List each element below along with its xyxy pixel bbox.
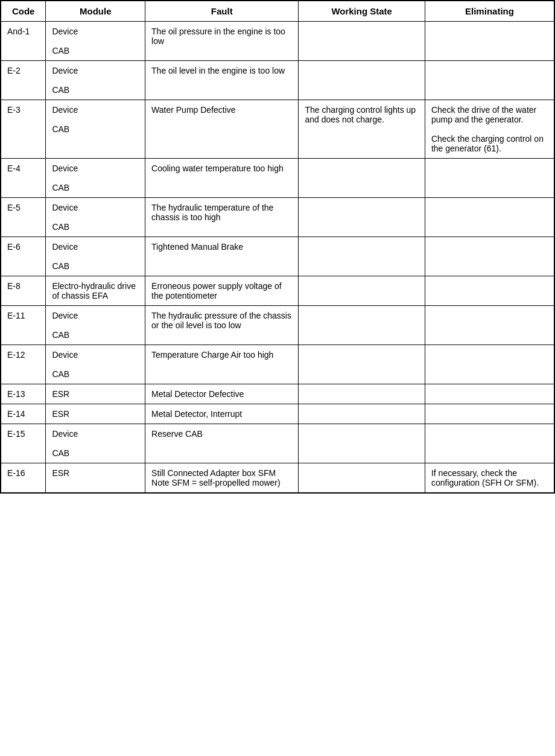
cell-eliminating <box>425 198 554 237</box>
cell-working-state: The charging control lights up and does … <box>299 100 425 159</box>
header-module: Module <box>46 1 145 22</box>
cell-code: E-13 <box>1 384 46 404</box>
cell-module: DeviceCAB <box>46 22 145 61</box>
cell-working-state <box>299 306 425 345</box>
cell-eliminating <box>425 276 554 306</box>
cell-fault: Temperature Charge Air too high <box>145 345 299 384</box>
table-row: E-6DeviceCABTightened Manual Brake <box>1 237 554 276</box>
table-row: E-5DeviceCABThe hydraulic temperature of… <box>1 198 554 237</box>
table-row: E-15DeviceCABReserve CAB <box>1 424 554 463</box>
cell-module: DeviceCAB <box>46 237 145 276</box>
header-code: Code <box>1 1 46 22</box>
cell-module: DeviceCAB <box>46 100 145 159</box>
cell-code: E-11 <box>1 306 46 345</box>
table-row: E-8Electro-hydraulic drive of chassis EF… <box>1 276 554 306</box>
header-eliminating: Eliminating <box>425 1 554 22</box>
table-row: E-3DeviceCABWater Pump DefectiveThe char… <box>1 100 554 159</box>
table-row: And-1DeviceCABThe oil pressure in the en… <box>1 22 554 61</box>
cell-working-state <box>299 404 425 424</box>
cell-eliminating <box>425 384 554 404</box>
cell-module: DeviceCAB <box>46 345 145 384</box>
cell-working-state <box>299 159 425 198</box>
table-row: E-13ESRMetal Detector Defective <box>1 384 554 404</box>
cell-module: ESR <box>46 404 145 424</box>
cell-eliminating <box>425 237 554 276</box>
cell-working-state <box>299 276 425 306</box>
cell-code: And-1 <box>1 22 46 61</box>
cell-code: E-8 <box>1 276 46 306</box>
cell-module: DeviceCAB <box>46 159 145 198</box>
cell-code: E-5 <box>1 198 46 237</box>
cell-module: DeviceCAB <box>46 424 145 463</box>
cell-fault: Water Pump Defective <box>145 100 299 159</box>
cell-code: E-16 <box>1 463 46 494</box>
cell-fault: Tightened Manual Brake <box>145 237 299 276</box>
cell-eliminating <box>425 424 554 463</box>
cell-working-state <box>299 463 425 494</box>
cell-module: ESR <box>46 463 145 494</box>
table-row: E-2DeviceCABThe oil level in the engine … <box>1 61 554 100</box>
cell-eliminating <box>425 345 554 384</box>
cell-code: E-6 <box>1 237 46 276</box>
cell-code: E-2 <box>1 61 46 100</box>
table-row: E-14ESRMetal Detector, Interrupt <box>1 404 554 424</box>
cell-fault: The hydraulic pressure of the chassis or… <box>145 306 299 345</box>
table-row: E-16ESRStill Connected Adapter box SFM N… <box>1 463 554 494</box>
cell-fault: The hydraulic temperature of the chassis… <box>145 198 299 237</box>
cell-code: E-15 <box>1 424 46 463</box>
cell-eliminating <box>425 404 554 424</box>
cell-working-state <box>299 384 425 404</box>
cell-code: E-12 <box>1 345 46 384</box>
header-working-state: Working State <box>299 1 425 22</box>
cell-eliminating: Check the drive of the water pump and th… <box>425 100 554 159</box>
cell-fault: Metal Detector, Interrupt <box>145 404 299 424</box>
cell-working-state <box>299 424 425 463</box>
cell-module: Electro-hydraulic drive of chassis EFA <box>46 276 145 306</box>
cell-eliminating <box>425 61 554 100</box>
cell-working-state <box>299 61 425 100</box>
cell-eliminating: If necessary, check the configuration (S… <box>425 463 554 494</box>
table-row: E-12DeviceCABTemperature Charge Air too … <box>1 345 554 384</box>
cell-code: E-3 <box>1 100 46 159</box>
cell-module: DeviceCAB <box>46 61 145 100</box>
header-fault: Fault <box>145 1 299 22</box>
cell-working-state <box>299 345 425 384</box>
cell-fault: Erroneous power supply voltage of the po… <box>145 276 299 306</box>
cell-code: E-14 <box>1 404 46 424</box>
cell-working-state <box>299 237 425 276</box>
fault-table: Code Module Fault Working State Eliminat… <box>0 0 555 494</box>
cell-fault: Still Connected Adapter box SFM Note SFM… <box>145 463 299 494</box>
cell-fault: Reserve CAB <box>145 424 299 463</box>
cell-module: ESR <box>46 384 145 404</box>
cell-eliminating <box>425 306 554 345</box>
cell-module: DeviceCAB <box>46 198 145 237</box>
cell-fault: Cooling water temperature too high <box>145 159 299 198</box>
cell-fault: The oil level in the engine is too low <box>145 61 299 100</box>
cell-code: E-4 <box>1 159 46 198</box>
table-row: E-4DeviceCABCooling water temperature to… <box>1 159 554 198</box>
table-row: E-11DeviceCABThe hydraulic pressure of t… <box>1 306 554 345</box>
cell-working-state <box>299 198 425 237</box>
cell-eliminating <box>425 159 554 198</box>
cell-working-state <box>299 22 425 61</box>
cell-eliminating <box>425 22 554 61</box>
cell-module: DeviceCAB <box>46 306 145 345</box>
cell-fault: The oil pressure in the engine is too lo… <box>145 22 299 61</box>
cell-fault: Metal Detector Defective <box>145 384 299 404</box>
